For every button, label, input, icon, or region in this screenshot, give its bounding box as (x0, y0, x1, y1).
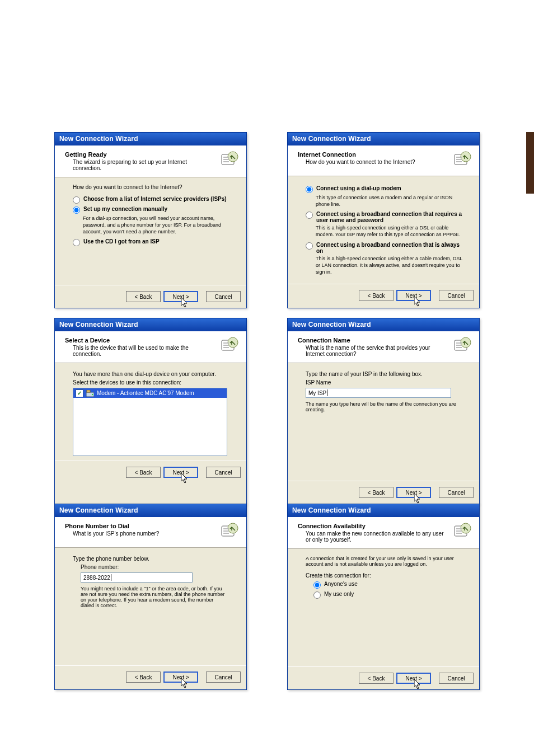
wizard-icon (453, 151, 472, 170)
step-subheading: How do you want to connect to the Intern… (306, 159, 448, 165)
radio-input[interactable] (306, 186, 313, 193)
prompt-text: Type the name of your ISP in the followi… (306, 371, 467, 377)
step-heading: Getting Ready (65, 151, 215, 158)
window-title: New Connection Wizard (288, 504, 479, 517)
radio-broadband-auth[interactable]: Connect using a broadband connection tha… (306, 211, 467, 223)
back-button[interactable]: < Back (359, 290, 394, 301)
radio-description: This is a high-speed connection using ei… (316, 255, 467, 275)
wizard-icon (221, 151, 240, 170)
step-heading: Phone Number to Dial (65, 523, 215, 529)
wizard-icon (453, 337, 472, 356)
radio-label: Connect using a dial-up modem (316, 185, 401, 191)
input-value: 2888-2022 (83, 575, 110, 581)
window-title: New Connection Wizard (55, 133, 246, 145)
back-button[interactable]: < Back (126, 291, 161, 302)
radio-input[interactable] (313, 591, 321, 599)
back-button[interactable]: < Back (359, 487, 394, 498)
step-subheading: This is the device that will be used to … (73, 345, 215, 357)
step-heading: Connection Name (298, 337, 448, 344)
prompt-text: Create this connection for: (306, 572, 467, 579)
radio-input[interactable] (73, 239, 80, 246)
hint-text: The name you type here will be the name … (306, 401, 467, 412)
radio-my-use-only[interactable]: My use only (313, 591, 467, 599)
radio-input[interactable] (313, 581, 321, 589)
device-item[interactable]: ✓ Modem - Actiontec MDC AC'97 Modem (73, 388, 227, 398)
next-button[interactable]: Next > (163, 467, 198, 478)
radio-input[interactable] (73, 206, 80, 214)
window-title: New Connection Wizard (55, 318, 246, 331)
radio-description: This type of connection uses a modem and… (316, 194, 467, 208)
window-title: New Connection Wizard (288, 133, 479, 145)
prompt-text: Select the devices to use in this connec… (73, 379, 234, 386)
radio-input[interactable] (306, 242, 313, 250)
next-button[interactable]: Next > (396, 673, 431, 684)
radio-use-cd[interactable]: Use the CD I got from an ISP (73, 238, 234, 246)
step-subheading: The wizard is preparing to set up your I… (73, 159, 215, 171)
input-value: My ISP (308, 390, 326, 396)
phone-number-input[interactable]: 2888-2022 (81, 572, 193, 583)
radio-input[interactable] (73, 196, 80, 204)
step-heading: Connection Availability (298, 523, 448, 529)
wizard-icon (221, 337, 240, 356)
cancel-button[interactable]: Cancel (206, 672, 241, 683)
next-button[interactable]: Next > (396, 487, 431, 498)
device-listbox[interactable]: ✓ Modem - Actiontec MDC AC'97 Modem (73, 388, 227, 456)
radio-label: Choose from a list of Internet service p… (83, 196, 227, 202)
wizard-connection-name: New Connection Wizard Connection Name Wh… (287, 318, 480, 504)
device-label: Modem - Actiontec MDC AC'97 Modem (97, 390, 194, 396)
cancel-button[interactable]: Cancel (439, 290, 474, 301)
info-text: A connection that is created for your us… (306, 556, 467, 567)
step-heading: Internet Connection (298, 151, 448, 158)
next-button[interactable]: Next > (163, 291, 198, 302)
cancel-button[interactable]: Cancel (439, 673, 474, 684)
radio-dialup[interactable]: Connect using a dial-up modem (306, 185, 467, 193)
next-button[interactable]: Next > (396, 290, 431, 301)
wizard-getting-ready: New Connection Wizard Getting Ready The … (54, 132, 247, 308)
radio-description: For a dial-up connection, you will need … (83, 215, 234, 235)
radio-label: Set up my connection manually (83, 206, 167, 212)
back-button[interactable]: < Back (126, 467, 161, 478)
info-text: You have more than one dial-up device on… (73, 371, 234, 377)
radio-input[interactable] (306, 212, 313, 219)
radio-label: Use the CD I got from an ISP (83, 238, 160, 245)
prompt-text: How do you want to connect to the Intern… (73, 184, 234, 190)
cancel-button[interactable]: Cancel (439, 487, 474, 498)
step-subheading: What is the name of the service that pro… (306, 345, 448, 357)
cancel-button[interactable]: Cancel (206, 291, 241, 302)
radio-description: This is a high-speed connection using ei… (316, 224, 467, 238)
radio-anyones-use[interactable]: Anyone's use (313, 581, 467, 589)
hint-text: You might need to include a "1" or the a… (81, 586, 226, 608)
wizard-icon (221, 523, 240, 542)
wizard-phone-number: New Connection Wizard Phone Number to Di… (54, 504, 247, 690)
cancel-button[interactable]: Cancel (206, 467, 241, 478)
prompt-text: Type the phone number below. (73, 556, 234, 562)
radio-label: Anyone's use (324, 581, 358, 587)
radio-choose-isps[interactable]: Choose from a list of Internet service p… (73, 196, 234, 204)
radio-label: Connect using a broadband connection tha… (316, 211, 467, 223)
checkbox-checked-icon[interactable]: ✓ (76, 389, 83, 397)
wizard-select-device: New Connection Wizard Select a Device Th… (54, 318, 247, 504)
step-subheading: You can make the new connection availabl… (306, 530, 448, 543)
step-heading: Select a Device (65, 337, 215, 344)
radio-manual[interactable]: Set up my connection manually (73, 206, 234, 214)
step-subheading: What is your ISP's phone number? (73, 530, 215, 537)
field-label: Phone number: (81, 564, 234, 570)
wizard-connection-availability: New Connection Wizard Connection Availab… (287, 504, 480, 690)
window-title: New Connection Wizard (55, 504, 246, 517)
wizard-icon (453, 523, 472, 542)
radio-broadband-always[interactable]: Connect using a broadband connection tha… (306, 242, 467, 254)
field-label: ISP Name (306, 379, 467, 386)
wizard-internet-connection: New Connection Wizard Internet Connectio… (287, 132, 480, 308)
back-button[interactable]: < Back (126, 672, 161, 683)
isp-name-input[interactable]: My ISP (306, 388, 451, 398)
next-button[interactable]: Next > (163, 672, 198, 683)
modem-icon (86, 390, 94, 397)
back-button[interactable]: < Back (359, 673, 394, 684)
radio-label: Connect using a broadband connection tha… (316, 242, 467, 254)
radio-label: My use only (324, 591, 354, 597)
window-title: New Connection Wizard (288, 318, 479, 331)
